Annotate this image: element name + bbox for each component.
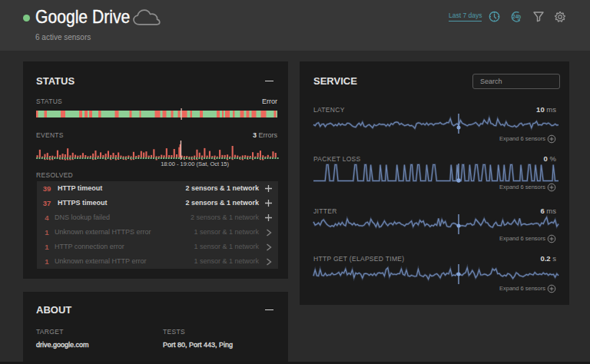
svg-text:24h: 24h (512, 14, 521, 19)
